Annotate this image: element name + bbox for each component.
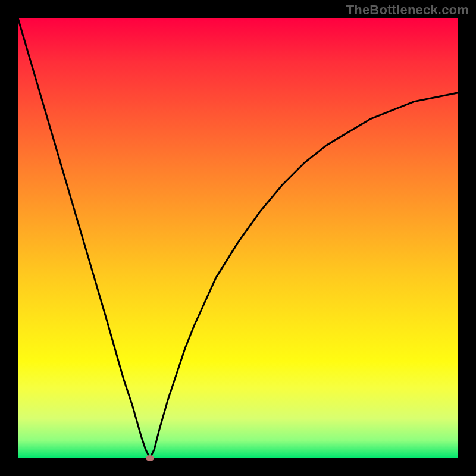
curve-path bbox=[18, 18, 458, 458]
bottleneck-curve bbox=[18, 18, 458, 458]
chart-frame: TheBottleneck.com bbox=[0, 0, 476, 476]
watermark-text: TheBottleneck.com bbox=[346, 2, 469, 18]
optimal-point-dot bbox=[146, 455, 154, 461]
